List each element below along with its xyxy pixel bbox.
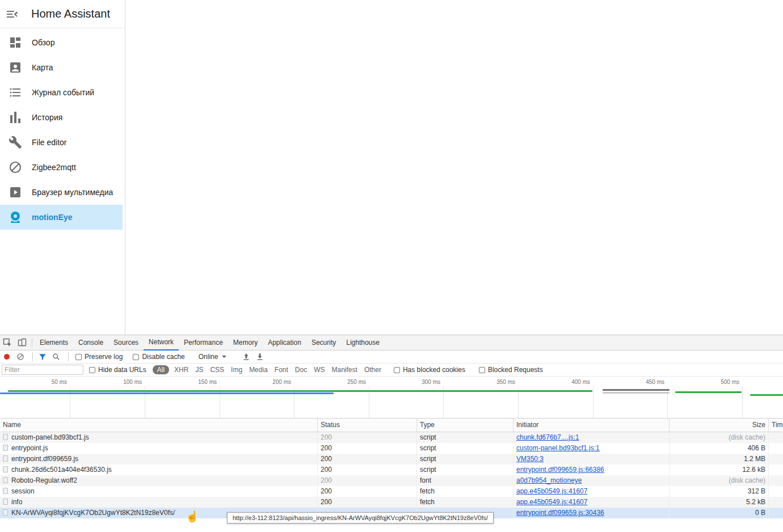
view-dashboard-icon: [9, 36, 22, 49]
initiator-link[interactable]: a0d7b954_motioneye: [516, 476, 582, 484]
menu-open-icon[interactable]: [5, 7, 19, 21]
initiator-link[interactable]: app.e45b0549.js:41607: [516, 498, 587, 506]
checkbox-box: [133, 354, 139, 360]
has-blocked-cookies-checkbox[interactable]: Has blocked cookies: [394, 366, 465, 374]
disable-cache-checkbox[interactable]: Disable cache: [133, 353, 184, 361]
timeline-tick: 450 ms: [630, 379, 664, 385]
filter-pill-media[interactable]: Media: [249, 366, 268, 374]
request-status: 200: [318, 497, 417, 508]
tab-elements[interactable]: Elements: [35, 335, 73, 351]
webcam-icon: [9, 210, 22, 224]
column-header-time[interactable]: Time: [769, 419, 783, 432]
preserve-log-checkbox[interactable]: Preserve log: [75, 353, 123, 361]
request-initiator: VM350:3: [513, 454, 670, 465]
sidebar-item-label: История: [32, 113, 62, 122]
network-request-row[interactable]: chunk.26d6c501a404e4f36530.js 200 script…: [0, 465, 783, 475]
sidebar-item-overview[interactable]: Обзор: [0, 30, 125, 55]
request-time: [769, 443, 783, 454]
column-header-status[interactable]: Status: [318, 419, 417, 432]
tab-memory[interactable]: Memory: [228, 335, 263, 351]
waterfall-bar: [603, 389, 670, 391]
blocked-requests-checkbox[interactable]: Blocked Requests: [479, 366, 543, 374]
home-assistant-app: Home Assistant Обзор Карта Журнал событи…: [0, 0, 783, 335]
search-icon[interactable]: [52, 353, 60, 361]
checkbox-box: [479, 367, 485, 373]
request-type: script: [417, 432, 513, 443]
request-type: script: [417, 443, 513, 454]
sidebar-item-map[interactable]: Карта: [0, 55, 125, 80]
filter-pill-font[interactable]: Font: [275, 366, 288, 374]
tab-lighthouse[interactable]: Lighthouse: [341, 335, 385, 351]
record-button[interactable]: [4, 354, 10, 360]
network-request-row[interactable]: session 200 fetch app.e45b0549.js:41607 …: [0, 486, 783, 497]
clear-icon[interactable]: [16, 353, 24, 361]
tab-application[interactable]: Application: [263, 335, 306, 351]
file-icon: [3, 499, 8, 505]
filter-pill-img[interactable]: Img: [231, 366, 242, 374]
sidebar-item-file-editor[interactable]: File editor: [0, 130, 125, 155]
import-har-icon[interactable]: [242, 353, 250, 361]
filter-pill-css[interactable]: CSS: [210, 366, 224, 374]
tab-console[interactable]: Console: [73, 335, 108, 351]
column-header-initiator[interactable]: Initiator: [513, 419, 670, 432]
filter-icon[interactable]: [39, 353, 47, 361]
network-filter-bar: Hide data URLs All XHR JS CSS Img Media …: [0, 364, 783, 377]
request-time: [769, 508, 783, 518]
hide-data-urls-checkbox[interactable]: Hide data URLs: [89, 366, 146, 374]
request-name: info: [0, 497, 318, 508]
request-time: [769, 497, 783, 508]
network-overview-timeline[interactable]: 50 ms 100 ms 150 ms 200 ms 250 ms 300 ms…: [0, 377, 783, 419]
timeline-tick: 350 ms: [481, 379, 515, 385]
column-header-size[interactable]: Size: [670, 419, 769, 432]
sidebar-item-history[interactable]: История: [0, 105, 125, 130]
file-icon: [3, 455, 8, 462]
network-request-row[interactable]: info 200 fetch app.e45b0549.js:41607 5.2…: [0, 497, 783, 508]
request-name: entrypoint.js: [0, 443, 318, 454]
filter-pill-manifest[interactable]: Manifest: [332, 366, 357, 374]
request-initiator: app.e45b0549.js:41607: [513, 497, 670, 508]
network-request-row[interactable]: Roboto-Regular.woff2 200 font a0d7b954_m…: [0, 475, 783, 486]
initiator-link[interactable]: custom-panel.bd93bcf1.js:1: [516, 444, 600, 452]
sidebar-item-logbook[interactable]: Журнал событий: [0, 80, 125, 105]
request-name: Roboto-Regular.woff2: [0, 475, 318, 486]
filter-input[interactable]: [2, 365, 83, 375]
column-header-name[interactable]: Name: [0, 419, 318, 432]
filter-pill-other[interactable]: Other: [364, 366, 381, 374]
tab-network[interactable]: Network: [144, 335, 179, 351]
tab-security[interactable]: Security: [306, 335, 341, 351]
sidebar-nav: Обзор Карта Журнал событий История: [0, 28, 125, 230]
request-type: fetch: [417, 486, 513, 497]
export-har-icon[interactable]: [256, 353, 264, 361]
device-toolbar-icon[interactable]: [18, 338, 27, 347]
network-request-row[interactable]: entrypoint.df099659.js 200 script VM350:…: [0, 454, 783, 465]
tab-sources[interactable]: Sources: [108, 335, 144, 351]
request-initiator: chunk.fd676b7....js:1: [513, 432, 670, 443]
file-icon: [3, 488, 8, 494]
filter-pill-all[interactable]: All: [153, 365, 169, 374]
request-size: 12.6 kB: [670, 465, 769, 475]
sidebar-item-zigbee2mqtt[interactable]: Zigbee2mqtt: [0, 155, 125, 180]
request-name: custom-panel.bd93bcf1.js: [0, 432, 318, 443]
filter-pill-js[interactable]: JS: [195, 366, 203, 374]
filter-pill-ws[interactable]: WS: [314, 366, 325, 374]
filter-pill-xhr[interactable]: XHR: [174, 366, 188, 374]
request-time: [769, 475, 783, 486]
waterfall-bar: [8, 390, 592, 392]
inspect-element-icon[interactable]: [3, 338, 12, 347]
zigbee-icon: [9, 161, 22, 174]
initiator-link[interactable]: chunk.fd676b7....js:1: [516, 433, 579, 441]
tab-performance[interactable]: Performance: [179, 335, 228, 351]
network-request-row[interactable]: custom-panel.bd93bcf1.js 200 script chun…: [0, 432, 783, 443]
sidebar-item-motioneye[interactable]: motionEye: [0, 205, 123, 230]
sidebar-item-media-browser[interactable]: Браузер мультимедиа: [0, 180, 125, 205]
filter-pill-doc[interactable]: Doc: [295, 366, 307, 374]
initiator-link[interactable]: entrypoint.df099659.js:30436: [516, 509, 604, 517]
initiator-link[interactable]: app.e45b0549.js:41607: [516, 487, 587, 495]
network-request-row[interactable]: entrypoint.js 200 script custom-panel.bd…: [0, 443, 783, 454]
request-type: script: [417, 465, 513, 475]
column-header-type[interactable]: Type: [417, 419, 513, 432]
checkbox-label: Has blocked cookies: [403, 366, 465, 374]
initiator-link[interactable]: VM350:3: [516, 455, 544, 463]
throttling-dropdown[interactable]: Online: [199, 353, 227, 361]
initiator-link[interactable]: entrypoint.df099659.js:66386: [516, 466, 604, 474]
